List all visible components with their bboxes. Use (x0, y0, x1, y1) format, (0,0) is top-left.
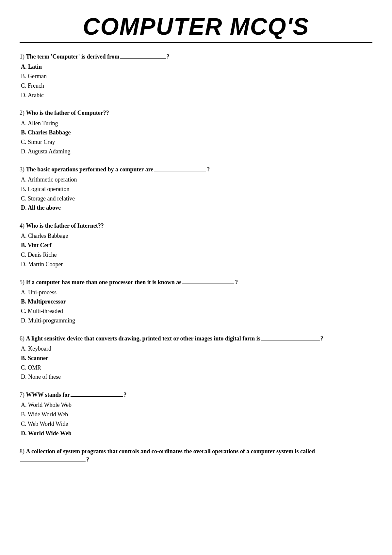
question-6-blank (261, 340, 320, 340)
title-divider (20, 42, 372, 43)
question-1-text: 1) The term 'Computer' is derived from? (20, 53, 372, 61)
question-2-text: 2) Who is the father of Computer?? (20, 109, 372, 117)
question-2: 2) Who is the father of Computer??A. All… (20, 109, 372, 156)
question-5-option-C: C. Multi-threaded (21, 306, 372, 316)
question-6-option-B: B. Scanner (21, 354, 372, 363)
question-5-option-A: A. Uni-process (21, 288, 372, 297)
question-7-blank (71, 396, 123, 397)
question-4: 4) Who is the father of Internet??A. Cha… (20, 222, 372, 269)
question-2-option-C: C. Simur Cray (21, 137, 372, 147)
question-7-text: 7) WWW stands for? (20, 391, 372, 399)
question-5-blank (182, 284, 234, 284)
question-5-option-D: D. Multi-programming (21, 316, 372, 325)
question-7-option-B: B. Wide World Web (21, 410, 372, 419)
question-6-option-A: A. Keyboard (21, 344, 372, 354)
question-1-option-C: C. French (21, 81, 372, 91)
questions-container: 1) The term 'Computer' is derived from?A… (20, 53, 372, 464)
question-3-option-B: B. Logical operation (21, 184, 372, 194)
question-6: 6) A light sensitive device that convert… (20, 335, 372, 382)
question-1-option-D: D. Arabic (21, 91, 372, 100)
question-3-text: 3) The basic operations performed by a c… (20, 165, 372, 174)
question-7-option-A: A. World Whole Web (21, 400, 372, 410)
question-2-option-A: A. Allen Turing (21, 119, 372, 128)
question-2-option-B: B. Charles Babbage (21, 128, 372, 137)
question-7-option-D: D. World Wide Web (21, 429, 372, 438)
question-4-option-A: A. Charles Babbage (21, 231, 372, 241)
question-6-option-C: C. OMR (21, 363, 372, 373)
question-6-option-D: D. None of these (21, 372, 372, 382)
question-3: 3) The basic operations performed by a c… (20, 165, 372, 213)
question-8-text: 8) A collection of system programs that … (20, 447, 372, 464)
question-7-option-C: C. Web World Wide (21, 419, 372, 429)
question-7: 7) WWW stands for?A. World Whole WebB. W… (20, 391, 372, 438)
question-6-text: 6) A light sensitive device that convert… (20, 335, 372, 343)
question-3-option-C: C. Storage and relative (21, 194, 372, 203)
question-4-option-C: C. Denis Riche (21, 250, 372, 260)
question-1: 1) The term 'Computer' is derived from?A… (20, 53, 372, 100)
question-3-option-D: D. All the above (21, 203, 372, 213)
question-1-blank (120, 58, 166, 59)
question-1-option-A: A. Latin (21, 62, 372, 72)
question-4-option-B: B. Vint Cerf (21, 241, 372, 250)
page-title: COMPUTER MCQ'S (20, 13, 372, 40)
question-5-option-B: B. Multiprocessor (21, 297, 372, 306)
question-8-blank (20, 461, 86, 461)
question-3-blank (154, 171, 206, 171)
question-5-text: 5) If a computer has more than one proce… (20, 278, 372, 286)
question-2-option-D: D. Augusta Adaming (21, 147, 372, 156)
question-8: 8) A collection of system programs that … (20, 447, 372, 464)
question-5: 5) If a computer has more than one proce… (20, 278, 372, 325)
question-4-option-D: D. Martin Cooper (21, 260, 372, 269)
question-3-option-A: A. Arithmetic operation (21, 175, 372, 184)
question-4-text: 4) Who is the father of Internet?? (20, 222, 372, 230)
question-1-option-B: B. German (21, 72, 372, 81)
